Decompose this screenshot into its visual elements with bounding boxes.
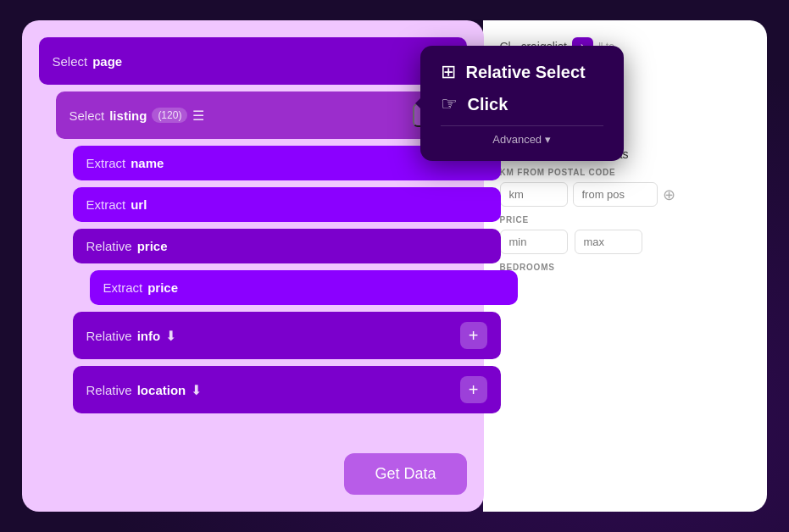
tooltip-popup: ⊞ Relative Select ☞ Click Advanced ▾ [420, 46, 624, 161]
relative-location-type: Relative [86, 383, 132, 397]
tooltip-divider [441, 125, 603, 126]
info-plus-button[interactable]: + [460, 322, 487, 349]
info-download-icon: ⬇ [165, 328, 176, 344]
row-extract-url[interactable]: Extract url [73, 187, 501, 222]
location-download-icon: ⬇ [191, 382, 202, 398]
price-max-input[interactable] [575, 230, 642, 254]
relative-info-bold: info [137, 329, 161, 343]
row-relative-location[interactable]: Relative location ⬇ + [73, 366, 501, 413]
select-listing-bold: listing [109, 108, 147, 123]
km-input[interactable] [500, 182, 568, 207]
relative-select-label: Relative Select [466, 63, 586, 82]
tooltip-click[interactable]: ☞ Click [441, 93, 603, 115]
extract-price-type: Extract [103, 280, 143, 295]
extract-url-label: Extract url [86, 197, 487, 212]
row-extract-price[interactable]: Extract price [90, 270, 518, 305]
row-select-page[interactable]: Select page + [39, 37, 467, 85]
km-section-label: KM FROM POSTAL CODE [500, 168, 750, 177]
select-listing-type: Select [69, 108, 105, 123]
list-icon: ☰ [192, 108, 204, 124]
extract-price-label: Extract price [103, 280, 504, 295]
extract-url-type: Extract [86, 197, 126, 212]
relative-info-actions: + [460, 322, 487, 349]
tooltip-advanced[interactable]: Advanced ▾ [441, 133, 603, 146]
select-page-bold: page [92, 54, 122, 69]
extract-name-type: Extract [86, 156, 126, 170]
relative-price-label: Relative price [86, 239, 487, 253]
click-icon: ☞ [441, 93, 458, 115]
relative-price-type: Relative [86, 239, 132, 253]
advanced-label: Advanced ▾ [492, 133, 550, 146]
relative-location-actions: + [460, 376, 487, 403]
select-page-label: Select page [53, 54, 421, 69]
listing-count-badge: (120) [152, 108, 187, 123]
relative-location-bold: location [137, 383, 186, 397]
relative-info-type: Relative [86, 329, 132, 343]
relative-location-label: Relative location ⬇ [86, 382, 455, 398]
tooltip-relative-select[interactable]: ⊞ Relative Select [441, 61, 603, 83]
click-label: Click [468, 95, 508, 114]
price-section-label: PRICE [500, 215, 750, 224]
row-relative-info[interactable]: Relative info ⬇ + [73, 312, 501, 359]
select-page-type: Select [53, 54, 88, 69]
select-listing-label: Select listing (120) ☰ [69, 108, 408, 124]
extract-name-bold: name [131, 156, 164, 170]
extract-price-bold: price [147, 280, 178, 295]
relative-info-label: Relative info ⬇ [86, 328, 455, 344]
price-row [500, 230, 750, 254]
target-icon[interactable]: ⊕ [663, 186, 675, 204]
extract-url-bold: url [131, 197, 147, 212]
location-plus-button[interactable]: + [460, 376, 487, 403]
get-data-button[interactable]: Get Data [344, 453, 466, 495]
postal-input[interactable] [573, 182, 658, 207]
rows-wrapper: Select page + Select listing (120) ☰ 🗑 + [39, 37, 467, 431]
km-row: ⊕ [500, 182, 750, 207]
bedrooms-section-label: BEDROOMS [500, 263, 750, 272]
left-panel: Select page + Select listing (120) ☰ 🗑 + [22, 20, 484, 512]
relative-price-bold: price [137, 239, 168, 253]
price-min-input[interactable] [500, 230, 568, 254]
relative-select-icon: ⊞ [441, 61, 456, 83]
row-relative-price[interactable]: Relative price [73, 229, 501, 263]
